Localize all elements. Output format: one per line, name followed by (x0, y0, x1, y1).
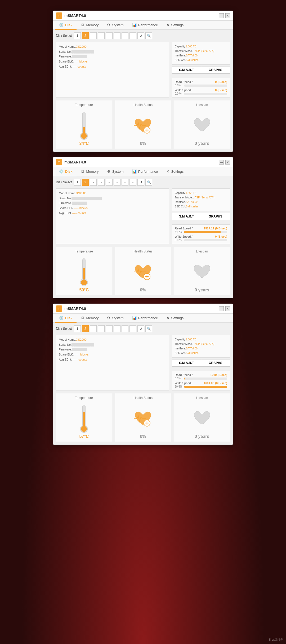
tab-settings[interactable]: ✕ Settings (162, 21, 188, 30)
transfer-label: Transfer Mode. (175, 196, 193, 199)
disk-btn-7[interactable]: - (122, 32, 128, 39)
title-bar-controls: — ✕ (219, 13, 230, 18)
title-bar-left: m mSMART4.0 (56, 305, 86, 312)
tab-disk[interactable]: 💿 Disk (55, 314, 77, 323)
minimize-button[interactable]: — (219, 13, 224, 18)
avg-row: Avg ECnt.------ counts (59, 357, 166, 362)
disk-btn-3[interactable]: - (90, 179, 97, 186)
ssd-row: SSD Ctrl.SMI-series (175, 351, 227, 355)
minimize-button[interactable]: — (219, 306, 224, 311)
write-speed-pct: 0.0 % (175, 239, 183, 242)
firmware-value: ████████ (72, 202, 87, 205)
disk-btn-search[interactable]: 🔍 (145, 32, 152, 39)
svg-rect-11 (83, 268, 85, 280)
tab-memory[interactable]: 🖥 Memory (77, 167, 103, 176)
disk-btn-5[interactable]: - (106, 179, 113, 186)
disk-btn-refresh[interactable]: ↺ (137, 32, 144, 39)
serial-row: Serial No.████████████ (59, 342, 166, 347)
disk-btn-search[interactable]: 🔍 (145, 179, 152, 186)
interface-value: SATA/600 (186, 347, 198, 350)
avg-label: Avg ECnt. (59, 65, 72, 68)
transfer-label: Transfer Mode. (175, 343, 193, 345)
spare-row: Spare BLK.----- blocks (59, 206, 166, 211)
disk-btn-6[interactable]: - (114, 32, 120, 39)
read-speed-label: Read Speed / (175, 227, 193, 230)
lifespan-panel: Lifespan 0 years (174, 393, 230, 442)
disk-select-label: Disk Select (56, 180, 72, 184)
serial-row: Serial No.████████████████ (59, 196, 166, 201)
tab-disk[interactable]: 💿 Disk (55, 21, 77, 30)
tab-disk[interactable]: 💿 Disk (55, 167, 77, 176)
avg-label: Avg ECnt. (59, 358, 72, 361)
temperature-title: Temperature (75, 396, 93, 400)
disk-btn-6[interactable]: - (114, 179, 120, 186)
tab-settings[interactable]: ✕ Settings (162, 167, 188, 176)
disk-btn-2[interactable]: 2 (82, 179, 89, 186)
graphs-button[interactable]: GRAPHS (201, 359, 230, 367)
write-speed-label: Write Speed / (175, 88, 192, 92)
disk-btn-2[interactable]: 2 (82, 325, 89, 332)
disk-btn-6[interactable]: - (114, 325, 120, 332)
disk-btn-8[interactable]: - (129, 179, 136, 186)
model-row: Model Name.XS2000 (59, 337, 166, 342)
disk-btn-4[interactable]: - (98, 32, 105, 39)
tab-performance[interactable]: 📊 Performance (128, 314, 162, 323)
disk-btn-3[interactable]: - (90, 325, 97, 332)
window-3: m mSMART4.0 — ✕ 💿 Disk 🖥 Memory ⚙ System (53, 304, 233, 445)
minimize-button[interactable]: — (219, 160, 224, 165)
disk-btn-3[interactable]: - (90, 32, 97, 39)
tab-system[interactable]: ⚙ System (103, 167, 128, 176)
thermometer (77, 109, 91, 141)
smart-button[interactable]: S.M.A.R.T (172, 66, 201, 74)
disk-btn-1[interactable]: 1 (74, 179, 81, 186)
tab-memory[interactable]: 🖥 Memory (77, 21, 103, 30)
smart-button[interactable]: S.M.A.R.T (172, 359, 201, 367)
tab-system[interactable]: ⚙ System (103, 314, 128, 323)
disk-btn-8[interactable]: - (129, 32, 136, 39)
read-bar-fill (184, 377, 185, 380)
avg-value: ----- counts (72, 65, 86, 68)
graphs-button[interactable]: GRAPHS (201, 66, 230, 74)
disk-btn-5[interactable]: - (106, 32, 113, 39)
close-button[interactable]: ✕ (225, 306, 230, 311)
disk-btn-7[interactable]: - (122, 179, 128, 186)
tab-settings[interactable]: ✕ Settings (162, 314, 188, 323)
disk-btn-1[interactable]: 1 (74, 32, 81, 39)
read-bar-fill (184, 231, 221, 233)
read-speed-bar: 0.5% (175, 377, 227, 380)
disk-btn-4[interactable]: - (98, 325, 105, 332)
disk-btn-4[interactable]: - (98, 179, 105, 186)
settings-icon: ✕ (166, 316, 169, 320)
tab-memory[interactable]: 🖥 Memory (77, 314, 103, 323)
graphs-button[interactable]: GRAPHS (201, 213, 230, 220)
disk-btn-1[interactable]: 1 (74, 325, 81, 332)
bottom-row: Temperature 57°C Health Status (56, 393, 230, 442)
disk-btn-2[interactable]: 2 (82, 32, 89, 39)
interface-row: Inertface.SATA/600 (175, 200, 227, 204)
main-row: Model Name.XS2000 Serial No.████████████… (56, 42, 230, 97)
tab-system[interactable]: ⚙ System (103, 21, 128, 30)
title-bar-controls: — ✕ (219, 160, 230, 165)
transfer-value: UASP (Serial ATA) (193, 196, 214, 199)
disk-btn-refresh[interactable]: ↺ (137, 325, 144, 332)
extra-info-panel: Capacity.1.863 TB Transfer Mode.UASP (Se… (172, 42, 230, 65)
write-speed-bar: 0.0 % (175, 92, 227, 95)
disk-btn-refresh[interactable]: ↺ (137, 179, 144, 186)
interface-label: Inertface. (175, 201, 186, 203)
disk-btn-search[interactable]: 🔍 (145, 325, 152, 332)
serial-label: Serial No. (59, 50, 72, 53)
disk-btn-8[interactable]: - (129, 325, 136, 332)
write-speed-value: 0 (B/sec) (215, 88, 227, 92)
tab-performance[interactable]: 📊 Performance (128, 21, 162, 30)
disk-btn-5[interactable]: - (106, 325, 113, 332)
write-speed-item: Write Speed / 0 (B/sec) 0.0 % (175, 88, 227, 95)
right-panel: Capacity.1.863 TB Transfer Mode.UASP (Se… (172, 188, 230, 244)
system-icon: ⚙ (107, 169, 110, 174)
disk-btn-7[interactable]: - (122, 325, 128, 332)
disk-icon: 💿 (59, 169, 64, 174)
tab-performance[interactable]: 📊 Performance (128, 167, 162, 176)
smart-button[interactable]: S.M.A.R.T (172, 213, 201, 220)
temperature-panel: Temperature 34°C (56, 100, 112, 149)
close-button[interactable]: ✕ (225, 13, 230, 18)
close-button[interactable]: ✕ (225, 160, 230, 165)
